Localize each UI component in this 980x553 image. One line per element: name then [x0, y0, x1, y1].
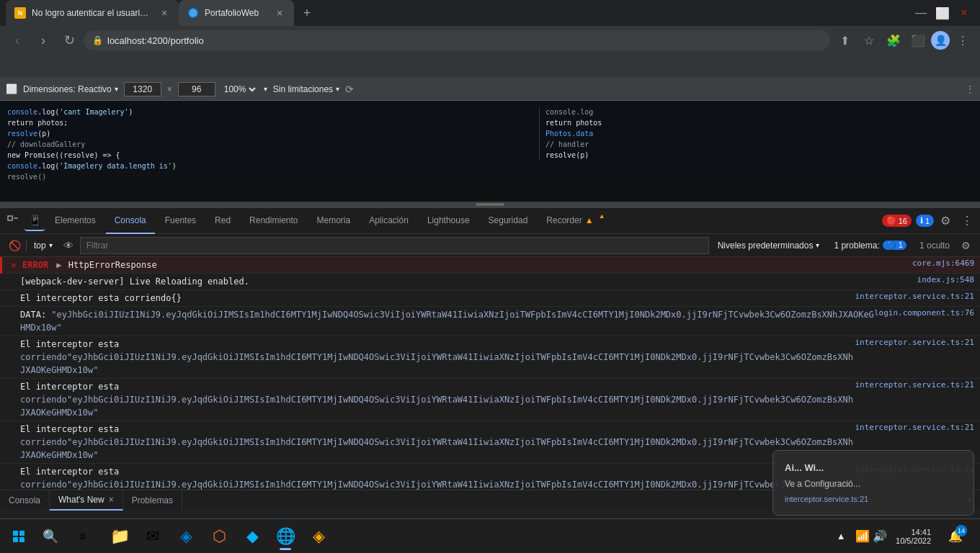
- tab-rendimiento[interactable]: Rendimiento: [241, 208, 306, 234]
- taskbar-app-vscode[interactable]: ◈: [170, 521, 202, 552]
- zoom-select[interactable]: 100%: [221, 84, 258, 95]
- console-settings-button[interactable]: ⚙: [957, 237, 974, 254]
- inspect-element-button[interactable]: [3, 211, 23, 231]
- bookmark-icon[interactable]: ☆: [858, 29, 881, 52]
- clock-date: 10/5/2022: [896, 536, 931, 545]
- interceptor-3-label: El interceptor esta: [20, 424, 119, 434]
- minimize-button[interactable]: —: [911, 3, 931, 23]
- tab-consola[interactable]: Consola: [106, 208, 155, 234]
- viewport-resize-handle[interactable]: [0, 202, 980, 207]
- tab-memoria[interactable]: Memoria: [308, 208, 359, 234]
- taskbar-app-explorer[interactable]: 📁: [104, 521, 135, 552]
- vscode-icon: ◈: [180, 527, 192, 546]
- webpack-source-link[interactable]: index.js:548: [917, 275, 974, 284]
- split-view-icon[interactable]: ⬛: [906, 29, 930, 52]
- bottom-tab-whatsnew[interactable]: What's New ×: [50, 490, 123, 511]
- share-icon[interactable]: ⬆: [833, 29, 856, 52]
- tab-fuentes[interactable]: Fuentes: [156, 208, 205, 234]
- tab-seguridad[interactable]: Seguridad: [480, 208, 537, 234]
- notification-goto-link[interactable]: interceptor.service.ts:21: [785, 495, 962, 503]
- tab-title-nologro: No logro autenticar el usuario co...: [32, 8, 153, 18]
- tab-red[interactable]: Red: [206, 208, 239, 234]
- problems-indicator[interactable]: 1 problema: 🔵 1: [828, 239, 912, 252]
- bottom-tab-problemas[interactable]: Problemas: [123, 490, 182, 511]
- taskbar-app-postman[interactable]: ⬡: [203, 521, 235, 552]
- taskbar-right: ▲ 📶 🔊 14:41 10/5/2022 🔔 14: [829, 521, 977, 552]
- bottom-whatsnew-label: What's New: [58, 495, 104, 505]
- error-label: ERROR: [22, 260, 48, 270]
- error-count: 16: [899, 217, 907, 225]
- interceptor-4-label: El interceptor esta: [20, 467, 119, 477]
- speaker-icon: 🔊: [873, 529, 887, 543]
- start-button[interactable]: [3, 521, 35, 552]
- resize-handle-indicator: [476, 203, 504, 206]
- console-filter-input[interactable]: [80, 237, 709, 254]
- device-select-label: ⬜: [6, 84, 17, 94]
- back-button[interactable]: ‹: [6, 29, 29, 52]
- context-selector[interactable]: top ▾: [30, 239, 57, 252]
- taskbar-clock[interactable]: 14:41 10/5/2022: [890, 528, 937, 545]
- devtools-settings-button[interactable]: ⚙: [935, 211, 956, 231]
- tab-close-portafolio[interactable]: ×: [274, 7, 285, 19]
- extensions-icon[interactable]: 🧩: [882, 29, 905, 52]
- limit-select[interactable]: Sin limitaciones ▾: [273, 84, 339, 94]
- taskbar-app-chrome[interactable]: 🌐: [270, 521, 301, 552]
- menu-icon[interactable]: ⋮: [951, 29, 974, 52]
- clear-console-button[interactable]: 🚫: [6, 237, 23, 254]
- data-value: "eyJhbGci0iJIUzI1NiJ9.eyJqdGkiOiJIMSIsIm…: [20, 310, 874, 333]
- bottom-tab-consola[interactable]: Consola: [0, 490, 50, 511]
- height-input[interactable]: [178, 82, 215, 96]
- interceptor-4-value: corriendo"eyJhbGci0iJIUzI1NiJ9.eyJqdGkiO…: [20, 480, 853, 490]
- tab-elementos[interactable]: Elementos: [46, 208, 104, 234]
- device-select[interactable]: Dimensiones: Reactivo ▾: [23, 84, 118, 94]
- tab-aplicacion[interactable]: Aplicación: [360, 208, 417, 234]
- error-source-link[interactable]: core.mjs:6469: [912, 258, 974, 268]
- tab-nologro[interactable]: N No logro autenticar el usuario co... ×: [6, 0, 179, 26]
- new-tab-button[interactable]: +: [297, 3, 317, 23]
- maximize-button[interactable]: ⬜: [932, 3, 953, 23]
- taskbar-app-mystery[interactable]: ◆: [236, 521, 268, 552]
- error-icon: 🔴: [886, 216, 896, 225]
- address-input[interactable]: 🔒 localhost:4200/portfolio: [84, 30, 830, 50]
- device-toolbar: ⬜ Dimensiones: Reactivo ▾ × 100% ▾ Sin l…: [0, 78, 980, 101]
- interceptor-empty-source-link[interactable]: interceptor.service.ts:21: [855, 292, 974, 301]
- task-view-button[interactable]: ⧉: [66, 521, 98, 552]
- taskbar-system-icons[interactable]: ▲: [829, 525, 852, 548]
- tab-recorder[interactable]: Recorder ▲: [538, 208, 606, 234]
- info-icon: ℹ: [920, 216, 923, 225]
- expand-icon[interactable]: ▶: [56, 260, 61, 270]
- interceptor-1-link[interactable]: interceptor.service.ts:21: [855, 338, 974, 347]
- webpack-log-content: [webpack-dev-server] Live Reloading enab…: [20, 275, 917, 288]
- reload-button[interactable]: ↻: [58, 29, 81, 52]
- width-input[interactable]: [124, 82, 161, 96]
- error-count-badge[interactable]: 🔴 16: [882, 215, 912, 227]
- taskbar: 🔍 ⧉ 📁 ✉ ◈ ⬡ ◆ 🌐 ◈ ▲ 📶 🔊 14: [0, 518, 980, 553]
- close-button[interactable]: ×: [954, 3, 974, 23]
- tab-lighthouse[interactable]: Lighthouse: [419, 208, 478, 234]
- lock-icon: 🔒: [92, 35, 103, 45]
- show-hide-button[interactable]: 👁: [60, 237, 77, 254]
- tab-portafolio[interactable]: PortafolioWeb ×: [179, 0, 294, 26]
- info-count-badge[interactable]: ℹ 1: [916, 215, 934, 227]
- device-mode-button[interactable]: 📱: [24, 211, 45, 231]
- data-source-link[interactable]: login.component.ts:76: [874, 308, 974, 318]
- devtools-more-button[interactable]: ⋮: [957, 211, 977, 231]
- interceptor-1-label: El interceptor esta: [20, 339, 119, 349]
- interceptor-2-link[interactable]: interceptor.service.ts:21: [855, 380, 974, 390]
- taskbar-app-mail[interactable]: ✉: [137, 521, 169, 552]
- interceptor-3-link[interactable]: interceptor.service.ts:21: [855, 423, 974, 432]
- tab-close-nologro[interactable]: ×: [159, 7, 170, 19]
- levels-selector[interactable]: Niveles predeterminados ▾: [712, 239, 826, 252]
- notification-center-button[interactable]: 🔔 14: [940, 521, 971, 552]
- title-bar-spacer: — ⬜ ×: [317, 3, 974, 23]
- rotate-icon[interactable]: ⟳: [345, 84, 354, 95]
- forward-button[interactable]: ›: [32, 29, 55, 52]
- profile-icon[interactable]: 👤: [931, 31, 950, 50]
- interceptor-2-label: El interceptor esta: [20, 382, 119, 392]
- taskbar-app-extra[interactable]: ◈: [303, 521, 334, 552]
- taskbar-search-button[interactable]: 🔍: [35, 521, 66, 552]
- interceptor-3-value: corriendo"eyJhbGci0iJIUzI1NiJ9.eyJqdGkiO…: [20, 437, 853, 460]
- bottom-tab-close-whatsnew[interactable]: ×: [109, 495, 114, 505]
- browser-chrome: N No logro autenticar el usuario co... ×…: [0, 0, 980, 78]
- device-more-icon[interactable]: ⋮: [966, 84, 974, 94]
